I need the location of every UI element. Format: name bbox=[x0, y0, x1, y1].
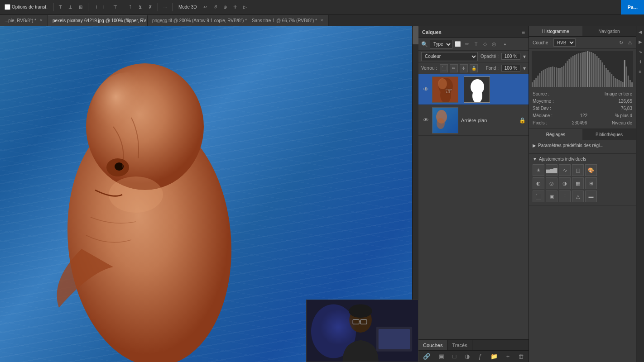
layer-eye-flipper[interactable]: 👁 bbox=[421, 85, 430, 94]
transform-checkbox[interactable] bbox=[5, 4, 10, 10]
more-icon[interactable]: ··· bbox=[162, 4, 169, 11]
stddev-value: 76,83 bbox=[621, 105, 632, 112]
hsl-icon-btn[interactable]: ◐ bbox=[533, 177, 544, 189]
transform-options[interactable]: Options de transf. bbox=[3, 3, 49, 11]
lock-artboard-btn[interactable]: ✛ bbox=[460, 64, 468, 72]
layer-eye-background[interactable]: 👁 bbox=[421, 116, 430, 125]
vibrance-icon-btn[interactable]: 🎨 bbox=[585, 164, 597, 176]
distribute3-icon[interactable]: ⊼ bbox=[147, 4, 154, 11]
colorbalance-icon-btn[interactable]: ◎ bbox=[546, 177, 557, 189]
target-icon[interactable]: ⊕ bbox=[221, 4, 229, 11]
pixel-filter-icon[interactable]: ⬜ bbox=[454, 41, 461, 48]
source-label: Source : bbox=[533, 90, 549, 98]
layer-background[interactable]: 👁 bbox=[418, 105, 529, 136]
fond-chevron[interactable]: ▾ bbox=[523, 65, 526, 71]
svg-rect-36 bbox=[568, 59, 570, 87]
hist-refresh-icon[interactable]: ↻ bbox=[619, 40, 623, 46]
tab-3[interactable]: Sans titre-1 @ 66,7% (RVB/8°) * ✕ bbox=[247, 15, 329, 26]
pixels-value: 230496 bbox=[572, 119, 587, 127]
mask-icon[interactable]: □ bbox=[452, 352, 458, 361]
filter-toggle[interactable]: ● bbox=[501, 41, 509, 48]
hist-warning-icon[interactable]: ⚠ bbox=[628, 40, 632, 46]
levels-icon-btn[interactable]: ▅▆▇ bbox=[546, 164, 557, 176]
scrollbar-thumb[interactable] bbox=[413, 26, 418, 44]
tab-0[interactable]: ...pie, RVB/8°) * ✕ bbox=[0, 15, 48, 26]
curves-icon-btn[interactable]: ∿ bbox=[559, 164, 571, 176]
bw-icon-btn[interactable]: ◑ bbox=[559, 177, 571, 189]
align-vcenter-icon[interactable]: ⊥ bbox=[67, 4, 74, 11]
layer-flipper[interactable]: 👁 ☞ bbox=[418, 74, 529, 105]
tab-1[interactable]: pexels-pixabay-64219.jpg @ 100% (flipper… bbox=[48, 15, 148, 26]
align-bottom-icon[interactable]: ⊞ bbox=[77, 4, 84, 11]
undo-icon[interactable]: ↩ bbox=[202, 4, 209, 11]
brightness-icon-btn[interactable]: ☀ bbox=[533, 164, 544, 176]
couches-tab[interactable]: Couches bbox=[418, 340, 447, 350]
blend-mode-select[interactable]: Couleur bbox=[421, 52, 478, 61]
collapse-icon[interactable]: ▶ bbox=[637, 38, 644, 45]
threshold-icon-btn[interactable]: △ bbox=[572, 191, 584, 202]
histogram-tab[interactable]: Histogramme bbox=[529, 26, 582, 36]
lock-pixel-btn[interactable]: ⬛ bbox=[440, 64, 448, 72]
tab-0-close[interactable]: ✕ bbox=[39, 18, 43, 23]
new-layer-icon[interactable]: ▣ bbox=[437, 352, 446, 361]
layer-thumb-flipper: ☞ bbox=[432, 76, 458, 103]
predefinis-header[interactable]: ▶ Paramètres prédéfinis des régl... bbox=[533, 143, 632, 148]
style-icon[interactable]: ƒ bbox=[477, 352, 483, 361]
move-icon[interactable]: ✛ bbox=[231, 4, 239, 11]
gradient-map-icon-btn[interactable]: ▬ bbox=[585, 191, 597, 202]
adj-icon[interactable]: ◑ bbox=[463, 352, 471, 361]
exposure-icon-btn[interactable]: ◫ bbox=[572, 164, 584, 176]
type-filter-icon[interactable]: T bbox=[472, 41, 480, 48]
video-icon[interactable]: ▷ bbox=[241, 4, 249, 11]
moyenne-label: Moyenne : bbox=[533, 98, 554, 105]
predefinis-section: ▶ Paramètres prédéfinis des régl... bbox=[529, 140, 636, 154]
hist-icon[interactable]: ∿ bbox=[637, 48, 644, 55]
calques-type-select[interactable]: Type bbox=[430, 40, 452, 49]
folder-icon[interactable]: 📁 bbox=[489, 352, 499, 361]
lock-pos-btn[interactable]: ✏ bbox=[450, 64, 458, 72]
opacity-value[interactable]: 100 % bbox=[501, 53, 520, 60]
align-hcenter-icon[interactable]: ⊢ bbox=[102, 4, 109, 11]
traces-tab[interactable]: Tracés bbox=[447, 340, 472, 350]
distribute2-icon[interactable]: ⊻ bbox=[137, 4, 144, 11]
smart-filter-icon[interactable]: ◎ bbox=[490, 41, 498, 48]
info-icon[interactable]: ℹ bbox=[637, 58, 644, 65]
predefinis-chevron: ▶ bbox=[533, 143, 536, 148]
align-top-icon[interactable]: ⊤ bbox=[57, 4, 64, 11]
redo-icon[interactable]: ↺ bbox=[211, 4, 219, 11]
tab-2[interactable]: pngegg.tif @ 200% (Arrow 9 1 copie, RVB/… bbox=[148, 15, 247, 26]
align-left-icon[interactable]: ⊣ bbox=[92, 4, 99, 11]
navigation-tab[interactable]: Navigation bbox=[582, 26, 636, 36]
expand-icon[interactable]: ◀ bbox=[637, 28, 644, 35]
posterize-icon-btn[interactable]: ⋮ bbox=[559, 191, 571, 202]
top-right-button[interactable]: Pa... bbox=[621, 0, 644, 14]
layers-strip-icon[interactable]: ≡ bbox=[637, 68, 644, 75]
invert-icon-btn[interactable]: ▣ bbox=[546, 191, 557, 202]
ajustements-header[interactable]: ▼ Ajustements individuels bbox=[533, 157, 632, 162]
align-right-icon[interactable]: ⊤ bbox=[112, 4, 119, 11]
add-layer-icon[interactable]: + bbox=[505, 352, 511, 361]
layer-lock-icon: 🔒 bbox=[519, 117, 526, 124]
mixerchannel-icon-btn[interactable]: ⊞ bbox=[585, 177, 597, 189]
svg-rect-66 bbox=[624, 60, 625, 87]
trash-icon[interactable]: 🗑 bbox=[517, 352, 525, 361]
bibliotheques-tab[interactable]: Bibliothèques bbox=[582, 129, 636, 140]
adj-filter-icon[interactable]: ✏ bbox=[463, 41, 471, 48]
shape-filter-icon[interactable]: ◇ bbox=[481, 41, 489, 48]
couche-select[interactable]: RVB bbox=[553, 38, 576, 47]
opacity-chevron[interactable]: ▾ bbox=[523, 53, 526, 60]
moyenne-row: Moyenne : 126,65 bbox=[533, 98, 632, 105]
svg-rect-39 bbox=[574, 55, 576, 87]
tab-3-close[interactable]: ✕ bbox=[320, 18, 324, 23]
svg-rect-42 bbox=[580, 53, 581, 87]
svg-rect-16 bbox=[532, 82, 533, 87]
fond-value[interactable]: 100 % bbox=[501, 65, 520, 71]
calques-menu-icon[interactable]: ≡ bbox=[522, 29, 525, 35]
lock-all-btn[interactable]: 🔒 bbox=[470, 64, 478, 72]
colorlookup-icon-btn[interactable]: ⬛ bbox=[533, 191, 544, 202]
photofilter-icon-btn[interactable]: ▦ bbox=[572, 177, 584, 189]
link-icon[interactable]: 🔗 bbox=[422, 352, 432, 361]
reglages-tab[interactable]: Réglages bbox=[529, 129, 582, 140]
distribute-icon[interactable]: ⊺ bbox=[127, 4, 134, 11]
mode3d-btn[interactable]: Mode 3D bbox=[177, 4, 199, 10]
